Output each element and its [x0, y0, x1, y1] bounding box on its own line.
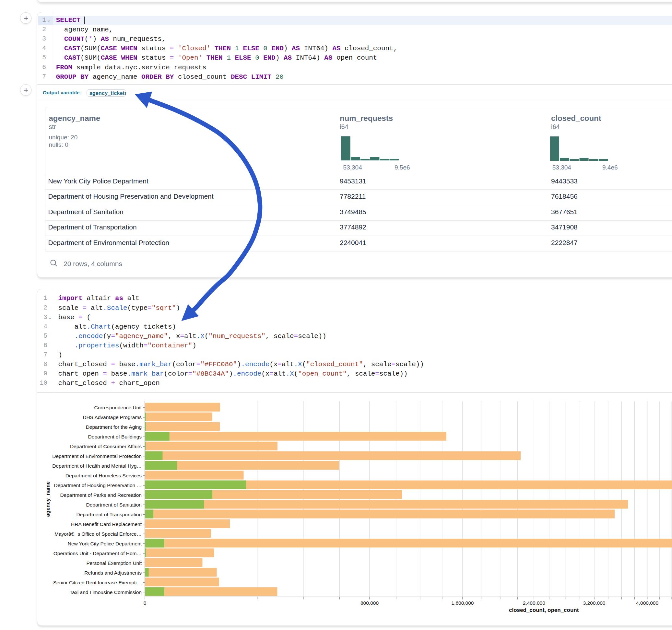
svg-text:Operations Unit - Department o: Operations Unit - Department of Hom…: [53, 551, 142, 556]
svg-text:Department of Sanitation: Department of Sanitation: [86, 502, 142, 508]
svg-text:New York City Police Departmen: New York City Police Department: [68, 541, 142, 547]
svg-text:Department of Health and Menta: Department of Health and Mental Hyg…: [52, 463, 142, 468]
svg-text:Department of Transportation: Department of Transportation: [76, 512, 142, 517]
svg-text:Mayorâ€ s Office of Special E: Mayorâ€ s Office of Special Enforce…: [54, 531, 142, 537]
svg-text:Department of Consumer Affairs: Department of Consumer Affairs: [70, 444, 142, 449]
svg-text:Senior Citizen Rent Increase E: Senior Citizen Rent Increase Exempti…: [53, 580, 142, 585]
svg-text:Department for the Aging: Department for the Aging: [86, 424, 142, 430]
svg-text:Refunds and Adjustments: Refunds and Adjustments: [84, 570, 142, 576]
svg-text:Correspondence Unit: Correspondence Unit: [94, 405, 142, 410]
svg-text:2,400,000: 2,400,000: [523, 600, 545, 606]
svg-text:agency_name: agency_name: [45, 481, 51, 516]
svg-text:HRA Benefit Card Replacement: HRA Benefit Card Replacement: [71, 522, 142, 527]
svg-text:DHS Advantage Programs: DHS Advantage Programs: [83, 414, 142, 420]
svg-text:Taxi and Limousine Commission: Taxi and Limousine Commission: [70, 589, 142, 595]
svg-text:800,000: 800,000: [360, 600, 379, 606]
svg-text:Department of Parks and Recrea: Department of Parks and Recreation: [60, 492, 142, 498]
svg-text:Department of Buildings: Department of Buildings: [88, 434, 142, 439]
svg-text:closed_count, open_count: closed_count, open_count: [509, 607, 579, 613]
svg-text:0: 0: [144, 600, 146, 606]
svg-text:Department of Environmental Pr: Department of Environmental Protection: [52, 453, 142, 459]
svg-text:4,000,000: 4,000,000: [636, 600, 658, 606]
svg-text:Department of Housing Preserva: Department of Housing Preservation …: [54, 483, 142, 488]
svg-text:1,600,000: 1,600,000: [452, 600, 474, 606]
svg-text:3,200,000: 3,200,000: [583, 600, 605, 606]
svg-text:Personal Exemption Unit: Personal Exemption Unit: [86, 560, 142, 566]
svg-text:Department of Homeless Service: Department of Homeless Services: [66, 473, 142, 478]
